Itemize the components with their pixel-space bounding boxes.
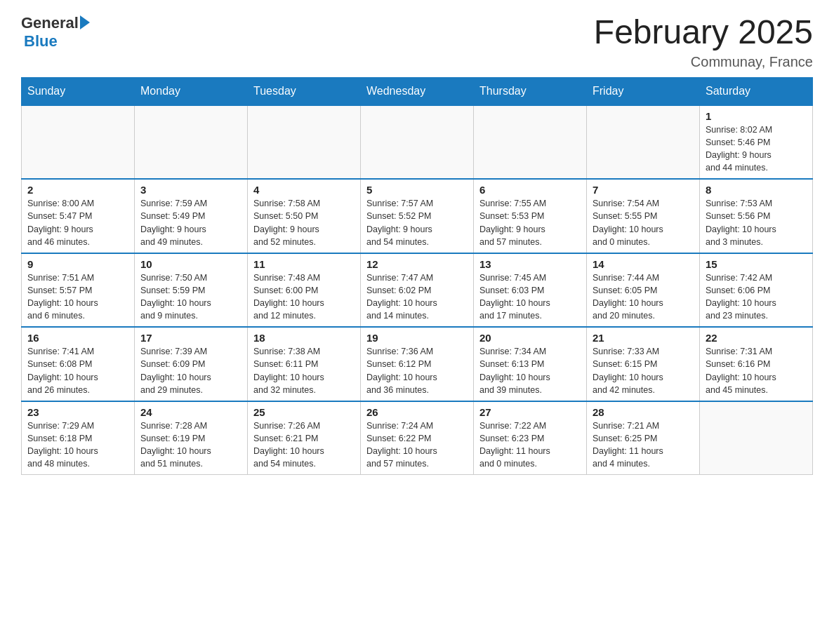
day-info: Sunrise: 7:45 AM Sunset: 6:03 PM Dayligh… [479, 271, 581, 323]
page-header: General Blue February 2025 Communay, Fra… [21, 14, 813, 70]
calendar-cell: 8Sunrise: 7:53 AM Sunset: 5:56 PM Daylig… [700, 179, 813, 253]
day-info: Sunrise: 7:44 AM Sunset: 6:05 PM Dayligh… [593, 271, 694, 323]
day-info: Sunrise: 7:29 AM Sunset: 6:18 PM Dayligh… [27, 420, 128, 471]
day-number: 17 [140, 332, 241, 344]
day-number: 16 [27, 332, 128, 344]
day-info: Sunrise: 7:41 AM Sunset: 6:08 PM Dayligh… [27, 345, 128, 396]
calendar-cell: 13Sunrise: 7:45 AM Sunset: 6:03 PM Dayli… [474, 253, 587, 328]
day-number: 20 [479, 332, 581, 344]
calendar-cell [22, 105, 135, 180]
day-info: Sunrise: 7:42 AM Sunset: 6:06 PM Dayligh… [706, 271, 807, 323]
day-info: Sunrise: 7:53 AM Sunset: 5:56 PM Dayligh… [706, 197, 807, 248]
calendar-cell: 26Sunrise: 7:24 AM Sunset: 6:22 PM Dayli… [361, 401, 474, 475]
day-number: 8 [706, 184, 807, 196]
calendar-cell: 18Sunrise: 7:38 AM Sunset: 6:11 PM Dayli… [248, 327, 361, 401]
weekday-header-thursday: Thursday [474, 77, 587, 105]
calendar-cell: 16Sunrise: 7:41 AM Sunset: 6:08 PM Dayli… [22, 327, 135, 401]
day-info: Sunrise: 8:00 AM Sunset: 5:47 PM Dayligh… [27, 197, 128, 248]
calendar-cell: 14Sunrise: 7:44 AM Sunset: 6:05 PM Dayli… [587, 253, 700, 328]
calendar-cell: 1Sunrise: 8:02 AM Sunset: 5:46 PM Daylig… [700, 105, 813, 180]
weekday-header-sunday: Sunday [22, 77, 135, 105]
calendar-cell: 24Sunrise: 7:28 AM Sunset: 6:19 PM Dayli… [135, 401, 248, 475]
weekday-header-friday: Friday [587, 77, 700, 105]
day-info: Sunrise: 7:59 AM Sunset: 5:49 PM Dayligh… [140, 197, 241, 248]
calendar-cell: 15Sunrise: 7:42 AM Sunset: 6:06 PM Dayli… [700, 253, 813, 328]
day-number: 18 [253, 332, 355, 344]
day-number: 2 [27, 184, 128, 196]
day-number: 15 [706, 258, 807, 270]
calendar-week-row: 1Sunrise: 8:02 AM Sunset: 5:46 PM Daylig… [22, 105, 813, 180]
calendar-cell: 7Sunrise: 7:54 AM Sunset: 5:55 PM Daylig… [587, 179, 700, 253]
logo: General Blue [21, 14, 90, 51]
day-number: 21 [593, 332, 694, 344]
day-info: Sunrise: 7:36 AM Sunset: 6:12 PM Dayligh… [366, 345, 468, 396]
day-number: 22 [706, 332, 807, 344]
day-number: 5 [366, 184, 468, 196]
calendar-cell: 3Sunrise: 7:59 AM Sunset: 5:49 PM Daylig… [135, 179, 248, 253]
day-info: Sunrise: 7:57 AM Sunset: 5:52 PM Dayligh… [366, 197, 468, 248]
day-number: 27 [479, 406, 581, 418]
weekday-header-monday: Monday [135, 77, 248, 105]
calendar-week-row: 9Sunrise: 7:51 AM Sunset: 5:57 PM Daylig… [22, 253, 813, 328]
calendar-cell: 2Sunrise: 8:00 AM Sunset: 5:47 PM Daylig… [22, 179, 135, 253]
calendar-cell: 4Sunrise: 7:58 AM Sunset: 5:50 PM Daylig… [248, 179, 361, 253]
day-number: 4 [253, 184, 355, 196]
day-number: 9 [27, 258, 128, 270]
weekday-header-tuesday: Tuesday [248, 77, 361, 105]
calendar-cell: 17Sunrise: 7:39 AM Sunset: 6:09 PM Dayli… [135, 327, 248, 401]
calendar-table: SundayMondayTuesdayWednesdayThursdayFrid… [21, 77, 813, 476]
calendar-cell [700, 401, 813, 475]
calendar-cell: 20Sunrise: 7:34 AM Sunset: 6:13 PM Dayli… [474, 327, 587, 401]
calendar-cell: 22Sunrise: 7:31 AM Sunset: 6:16 PM Dayli… [700, 327, 813, 401]
calendar-cell: 11Sunrise: 7:48 AM Sunset: 6:00 PM Dayli… [248, 253, 361, 328]
calendar-cell: 21Sunrise: 7:33 AM Sunset: 6:15 PM Dayli… [587, 327, 700, 401]
day-number: 19 [366, 332, 468, 344]
logo-arrow-icon [80, 15, 90, 29]
day-number: 23 [27, 406, 128, 418]
day-number: 14 [593, 258, 694, 270]
day-info: Sunrise: 7:28 AM Sunset: 6:19 PM Dayligh… [140, 420, 241, 471]
calendar-cell: 9Sunrise: 7:51 AM Sunset: 5:57 PM Daylig… [22, 253, 135, 328]
day-number: 3 [140, 184, 241, 196]
day-info: Sunrise: 7:26 AM Sunset: 6:21 PM Dayligh… [253, 420, 355, 471]
day-info: Sunrise: 7:24 AM Sunset: 6:22 PM Dayligh… [366, 420, 468, 471]
logo-blue-text: Blue [24, 32, 58, 51]
day-info: Sunrise: 7:54 AM Sunset: 5:55 PM Dayligh… [593, 197, 694, 248]
day-number: 28 [593, 406, 694, 418]
calendar-cell: 25Sunrise: 7:26 AM Sunset: 6:21 PM Dayli… [248, 401, 361, 475]
calendar-cell [361, 105, 474, 180]
day-number: 25 [253, 406, 355, 418]
day-info: Sunrise: 7:38 AM Sunset: 6:11 PM Dayligh… [253, 345, 355, 396]
calendar-cell: 5Sunrise: 7:57 AM Sunset: 5:52 PM Daylig… [361, 179, 474, 253]
calendar-cell [474, 105, 587, 180]
day-info: Sunrise: 7:48 AM Sunset: 6:00 PM Dayligh… [253, 271, 355, 323]
day-number: 26 [366, 406, 468, 418]
day-info: Sunrise: 7:21 AM Sunset: 6:25 PM Dayligh… [593, 420, 694, 471]
weekday-header-row: SundayMondayTuesdayWednesdayThursdayFrid… [22, 77, 813, 105]
location-title: Communay, France [594, 54, 813, 70]
calendar-cell: 19Sunrise: 7:36 AM Sunset: 6:12 PM Dayli… [361, 327, 474, 401]
day-number: 13 [479, 258, 581, 270]
day-number: 6 [479, 184, 581, 196]
day-info: Sunrise: 7:31 AM Sunset: 6:16 PM Dayligh… [706, 345, 807, 396]
day-info: Sunrise: 7:55 AM Sunset: 5:53 PM Dayligh… [479, 197, 581, 248]
day-info: Sunrise: 7:33 AM Sunset: 6:15 PM Dayligh… [593, 345, 694, 396]
calendar-cell [587, 105, 700, 180]
calendar-week-row: 23Sunrise: 7:29 AM Sunset: 6:18 PM Dayli… [22, 401, 813, 475]
day-info: Sunrise: 7:34 AM Sunset: 6:13 PM Dayligh… [479, 345, 581, 396]
day-info: Sunrise: 7:58 AM Sunset: 5:50 PM Dayligh… [253, 197, 355, 248]
day-info: Sunrise: 7:47 AM Sunset: 6:02 PM Dayligh… [366, 271, 468, 323]
day-number: 11 [253, 258, 355, 270]
month-title: February 2025 [594, 14, 813, 51]
day-number: 12 [366, 258, 468, 270]
day-info: Sunrise: 7:39 AM Sunset: 6:09 PM Dayligh… [140, 345, 241, 396]
calendar-cell: 12Sunrise: 7:47 AM Sunset: 6:02 PM Dayli… [361, 253, 474, 328]
calendar-cell: 23Sunrise: 7:29 AM Sunset: 6:18 PM Dayli… [22, 401, 135, 475]
logo-general-text: General [21, 14, 79, 32]
day-info: Sunrise: 7:51 AM Sunset: 5:57 PM Dayligh… [27, 271, 128, 323]
calendar-cell: 6Sunrise: 7:55 AM Sunset: 5:53 PM Daylig… [474, 179, 587, 253]
calendar-cell: 27Sunrise: 7:22 AM Sunset: 6:23 PM Dayli… [474, 401, 587, 475]
day-number: 24 [140, 406, 241, 418]
weekday-header-saturday: Saturday [700, 77, 813, 105]
calendar-week-row: 16Sunrise: 7:41 AM Sunset: 6:08 PM Dayli… [22, 327, 813, 401]
